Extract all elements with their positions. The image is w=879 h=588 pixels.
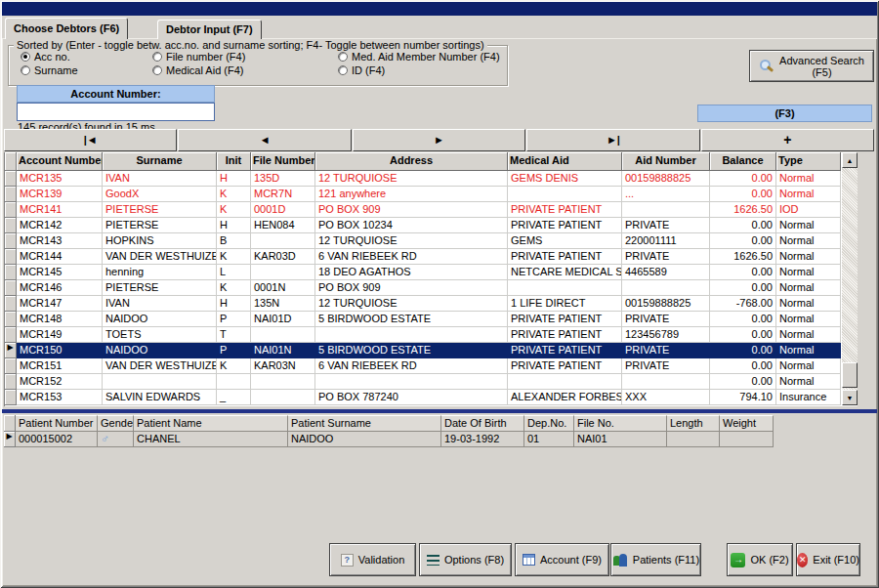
debtor-row[interactable]: MCR148NAIDOOPNAI01D5 BIRDWOOD ESTATEPRIV… <box>5 312 858 327</box>
debtor-cell: MCR144 <box>17 249 103 265</box>
radio-label: File number (F4) <box>166 51 245 63</box>
close-circle-icon: ✕ <box>797 553 808 567</box>
button-label: OK (F2) <box>750 554 788 566</box>
radio-surname[interactable]: Surname <box>21 64 78 76</box>
validation-button[interactable]: ? Validation <box>329 543 416 576</box>
radio-icon <box>338 52 348 62</box>
advanced-search-button[interactable]: Advanced Search (F5) <box>749 50 874 82</box>
account-number-input[interactable] <box>17 103 215 121</box>
row-pointer-icon <box>5 358 17 374</box>
debtor-cell: Normal <box>776 171 841 187</box>
debtor-cell: K <box>217 280 251 296</box>
debtor-row[interactable]: MCR149TOETSTPRIVATE PATIENT1234567890.00… <box>5 327 858 343</box>
debtor-row[interactable]: ▶MCR150NAIDOOPNAI01N5 BIRDWOOD ESTATEPRI… <box>5 343 858 358</box>
debtor-cell: P <box>217 343 251 358</box>
debtor-cell: PO BOX 787240 <box>315 390 508 405</box>
debtor-cell: 12 TURQUIOSE <box>315 233 508 249</box>
debtor-cell: PRIVATE PATIENT <box>508 249 622 265</box>
debtor-row[interactable]: MCR1520.00Normal <box>5 374 858 390</box>
debtor-cell: T <box>217 327 251 343</box>
debtor-cell: 5 BIRDWOOD ESTATE <box>315 312 508 327</box>
exit-button[interactable]: ✕ Exit (F10) <box>796 543 860 576</box>
debtor-cell: PRIVATE PATIENT <box>508 202 622 218</box>
scroll-down-icon[interactable]: ▼ <box>842 390 858 405</box>
debtor-cell: PO BOX 909 <box>315 280 508 296</box>
options-button[interactable]: Options (F8) <box>419 543 512 576</box>
debtor-cell: K <box>217 202 251 218</box>
debtor-row[interactable]: MCR146PIETERSEK0001NPO BOX 9090.00Normal <box>5 280 858 296</box>
debtor-cell: Normal <box>776 312 841 327</box>
debtor-cell: Normal <box>776 296 841 312</box>
radio-med-aid-member-number[interactable]: Med. Aid Member Number (F4) <box>338 51 500 63</box>
debtor-row[interactable]: MCR141PIETERSEK0001DPO BOX 909PRIVATE PA… <box>5 202 858 218</box>
patients-button[interactable]: Patients (F11) <box>610 543 701 576</box>
debtor-cell: 0.00 <box>710 218 776 233</box>
column-header-type: Type <box>776 152 841 171</box>
nav-add-button[interactable]: + <box>701 129 874 151</box>
row-pointer-icon <box>5 265 17 280</box>
debtor-cell <box>251 374 315 390</box>
debtor-cell: ALEXANDER FORBES <box>508 390 622 405</box>
debtor-grid-body: MCR135IVANH135D12 TURQUIOSEGEMS DENIS001… <box>5 171 858 405</box>
debtor-cell <box>622 374 710 390</box>
debtor-cell <box>508 374 622 390</box>
application-window: Debtor Input (F7) Choose Debtors (F6) So… <box>0 0 879 588</box>
debtor-row[interactable]: MCR143HOPKINSB12 TURQUIOSEGEMS2200011110… <box>5 233 858 249</box>
debtor-cell: KAR03D <box>251 249 315 265</box>
grid-splitter[interactable] <box>2 409 877 413</box>
debtor-cell: Normal <box>776 218 841 233</box>
debtor-row[interactable]: MCR151VAN DER WESTHUIZENKKAR03N6 VAN RIE… <box>5 358 858 374</box>
ok-button[interactable]: → OK (F2) <box>727 543 793 576</box>
debtor-cell: PIETERSE <box>103 280 217 296</box>
nav-prev-button[interactable]: ◄ <box>178 129 351 151</box>
debtor-row[interactable]: MCR139GoodXKMCR7N121 anywhere...0.00Norm… <box>5 187 858 202</box>
radio-id[interactable]: ID (F4) <box>338 64 385 76</box>
debtor-cell: H <box>217 296 251 312</box>
debtor-cell: Normal <box>776 233 841 249</box>
advanced-search-label: Advanced Search (F5) <box>779 55 864 78</box>
radio-medical-aid[interactable]: Medical Aid (F4) <box>152 64 243 76</box>
debtor-row[interactable]: MCR153SALVIN EDWARDS_PO BOX 787240ALEXAN… <box>5 390 858 405</box>
radio-acc-no[interactable]: Acc no. <box>21 51 70 63</box>
account-button[interactable]: Account (F9) <box>515 543 609 576</box>
debtor-row[interactable]: MCR135IVANH135D12 TURQUIOSEGEMS DENIS001… <box>5 171 858 187</box>
debtor-row[interactable]: MCR142PIETERSEHHEN084PO BOX 10234PRIVATE… <box>5 218 858 233</box>
debtor-cell: PRIVATE PATIENT <box>508 343 622 358</box>
debtor-cell: MCR7N <box>251 187 315 202</box>
question-icon: ? <box>341 554 354 567</box>
debtor-cell <box>315 374 508 390</box>
debtor-row[interactable]: MCR147IVANH135N12 TURQUIOSE1 LIFE DIRECT… <box>5 296 858 312</box>
debtor-cell: 1 LIFE DIRECT <box>508 296 622 312</box>
nav-first-button[interactable]: |◄ <box>4 129 177 151</box>
tab-debtor-input[interactable]: Debtor Input (F7) <box>157 20 262 39</box>
patient-row[interactable]: ▶000015002♂CHANELNAIDOO19-03-199201NAI01 <box>4 432 774 447</box>
debtor-cell: PRIVATE PATIENT <box>508 218 622 233</box>
debtor-cell: NAI01D <box>251 312 315 327</box>
debtor-cell: 6 VAN RIEBEEK RD <box>315 358 508 374</box>
debtor-cell: Normal <box>776 280 841 296</box>
debtor-row[interactable]: MCR145henningL18 DEO AGATHOSNETCARE MEDI… <box>5 265 858 280</box>
debtor-row[interactable]: MCR144VAN DER WESTHUIZENKKAR03D6 VAN RIE… <box>5 249 858 265</box>
nav-next-button[interactable]: ► <box>353 129 525 151</box>
debtor-cell: Normal <box>776 249 841 265</box>
debtor-cell: MCR143 <box>17 233 103 249</box>
debtor-cell: MCR149 <box>17 327 103 343</box>
scroll-up-icon[interactable]: ▲ <box>842 152 858 168</box>
debtor-cell: PRIVATE <box>622 343 710 358</box>
debtor-grid-scrollbar[interactable]: ▲ ▼ <box>842 152 858 405</box>
debtor-cell: MCR152 <box>17 374 103 390</box>
f3-search-bar[interactable]: (F3) <box>697 105 872 122</box>
tab-choose-debtors[interactable]: Choose Debtors (F6) <box>5 18 128 39</box>
debtor-cell <box>251 233 315 249</box>
patient-column-header-weight: Weight <box>720 415 774 432</box>
male-icon: ♂ <box>101 432 109 445</box>
debtor-cell: PO BOX 10234 <box>315 218 508 233</box>
debtor-cell: Normal <box>776 187 841 202</box>
debtor-cell: 00159888825 <box>622 296 710 312</box>
scrollbar-thumb[interactable] <box>842 362 858 388</box>
radio-file-number[interactable]: File number (F4) <box>152 51 245 63</box>
nav-last-button[interactable]: ►| <box>526 129 699 151</box>
patient-column-header-length: Length <box>667 415 720 432</box>
record-navigator: |◄ ◄ ► ►| + <box>4 129 875 151</box>
row-pointer-icon <box>5 280 17 296</box>
